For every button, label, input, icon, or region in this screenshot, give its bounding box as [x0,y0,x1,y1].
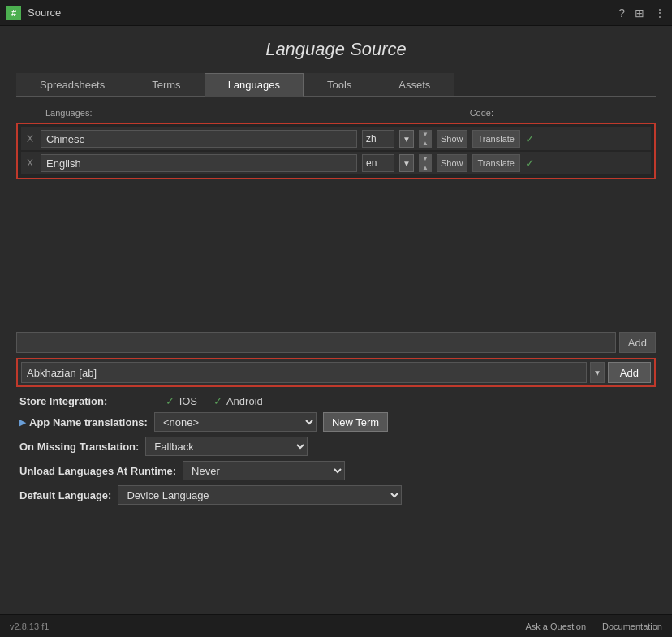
default-language-row: Default Language: Device Language [19,485,653,505]
unload-languages-label: Unload Languages At Runtime: [19,465,176,477]
english-check-icon: ✓ [525,157,535,170]
default-language-dropdown[interactable]: Device Language [118,485,402,505]
language-row: X ▼ ▼ ▲ Show Translate ✓ [21,152,651,174]
tab-terms[interactable]: Terms [128,73,204,96]
add-language-button[interactable]: Add [608,362,651,383]
english-translate-button[interactable]: Translate [472,154,520,172]
code-col-label: Code: [470,108,493,118]
english-show-button[interactable]: Show [437,154,467,172]
add-language-search-section: Add [16,332,656,353]
chinese-translate-button[interactable]: Translate [472,130,520,148]
chinese-check-icon: ✓ [525,132,535,145]
default-language-label: Default Language: [19,489,111,501]
chinese-code-input[interactable] [362,130,394,148]
tab-assets[interactable]: Assets [375,73,454,96]
tabs-container: Spreadsheets Terms Languages Tools Asset… [16,73,656,97]
triangle-icon: ▶ [19,418,26,427]
add-language-top-button[interactable]: Add [619,332,656,353]
unload-languages-row: Unload Languages At Runtime: Never [19,461,653,480]
language-row: X ▼ ▼ ▲ Show Translate ✓ [21,127,651,150]
remove-chinese-button[interactable]: X [24,133,36,144]
app-name-dropdown[interactable]: <none> [154,412,317,432]
english-order-arrows: ▼ ▲ [419,154,432,172]
english-code-dropdown[interactable]: ▼ [399,154,414,172]
add-language-dropdown-row: Abkhazian [ab] ▼ Add [16,358,656,387]
tab-tools[interactable]: Tools [304,73,375,96]
chinese-show-button[interactable]: Show [437,130,467,148]
languages-column-header: Languages: Code: [16,106,656,119]
tab-languages[interactable]: Languages [205,73,304,97]
remove-english-button[interactable]: X [24,157,36,169]
new-term-button[interactable]: New Term [323,412,388,432]
page-title: Language Source [16,39,656,60]
main-content: Language Source Spreadsheets Terms Langu… [0,26,672,518]
android-label: Android [226,395,263,407]
tab-spreadsheets[interactable]: Spreadsheets [16,73,128,96]
on-missing-translation-row: On Missing Translation: Fallback [19,437,653,456]
ios-label: IOS [179,395,197,407]
empty-languages-area [16,186,656,332]
app-name-label: ▶ App Name translations: [19,416,148,428]
bottom-bar: v2.8.13 f1 Ask a Question Documentation [0,614,672,637]
english-code-input[interactable] [362,154,394,172]
chinese-move-down-button[interactable]: ▼ [419,130,432,139]
language-list: X ▼ ▼ ▲ Show Translate ✓ X ▼ ▼ ▲ Show Tr… [16,123,656,179]
unload-languages-dropdown[interactable]: Never [183,461,345,480]
english-name-input[interactable] [41,154,357,172]
chinese-order-arrows: ▼ ▲ [419,130,432,148]
store-checks: ✓ IOS ✓ Android [166,395,263,407]
app-name-row: ▶ App Name translations: <none> New Term [19,412,653,432]
version-label: v2.8.13 f1 [10,622,49,631]
on-missing-translation-dropdown[interactable]: Fallback [145,437,308,456]
ios-check-icon: ✓ [166,395,174,407]
language-search-input[interactable] [16,332,616,353]
bottom-links: Ask a Question Documentation [525,622,662,631]
title-bar-actions: ? ⊞ ⋮ [618,6,666,19]
english-move-up-button[interactable]: ▲ [419,163,432,172]
settings-section: Store Integration: ✓ IOS ✓ Android ▶ App… [16,395,656,505]
store-integration-row: Store Integration: ✓ IOS ✓ Android [19,395,653,407]
ask-question-link[interactable]: Ask a Question [525,622,586,631]
chinese-name-input[interactable] [41,130,357,148]
on-missing-translation-label: On Missing Translation: [19,441,139,453]
title-bar: # Source ? ⊞ ⋮ [0,0,672,26]
help-icon[interactable]: ? [618,6,625,19]
documentation-link[interactable]: Documentation [602,622,662,631]
chinese-code-dropdown[interactable]: ▼ [399,130,414,148]
english-move-down-button[interactable]: ▼ [419,154,432,163]
menu-icon[interactable]: ⋮ [654,6,666,19]
unity-icon: # [6,6,21,20]
language-dropdown-select[interactable]: Abkhazian [ab] [21,362,587,383]
dropdown-arrow-icon[interactable]: ▼ [590,362,605,383]
languages-col-label: Languages: [45,108,470,118]
chinese-move-up-button[interactable]: ▲ [419,139,432,148]
layout-icon[interactable]: ⊞ [635,6,644,19]
window-title: Source [28,6,61,19]
android-check-icon: ✓ [213,395,222,407]
store-integration-label: Store Integration: [19,395,166,407]
